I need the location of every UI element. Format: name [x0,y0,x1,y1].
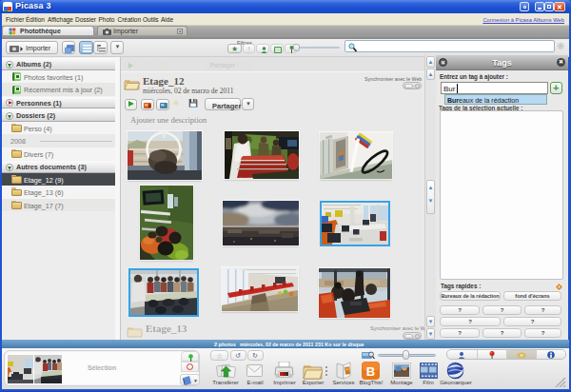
svg-text:B: B [366,364,375,379]
